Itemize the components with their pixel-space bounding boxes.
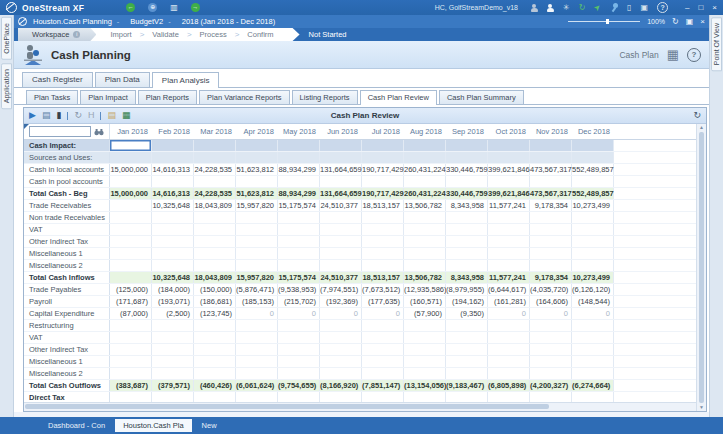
side-tab-application[interactable]: Application [1, 63, 12, 109]
grid-cell[interactable] [404, 320, 446, 331]
column-header-dec-2018[interactable]: Dec 2018 [572, 127, 614, 136]
grid-cell[interactable] [530, 140, 572, 151]
grid-cell[interactable] [110, 248, 152, 259]
grid-cell[interactable] [488, 260, 530, 271]
grid-cell[interactable]: 10,273,499 [572, 200, 614, 211]
vertical-scrollbar[interactable]: ▲ ▼ [696, 124, 706, 411]
grid-cell[interactable] [236, 140, 278, 151]
grid-cell[interactable] [488, 368, 530, 379]
grid-cell[interactable]: 399,621,846 [488, 188, 530, 199]
grid-cell[interactable] [446, 356, 488, 367]
grid-cell[interactable] [110, 344, 152, 355]
column-header-may-2018[interactable]: May 2018 [278, 127, 320, 136]
grid-cell[interactable] [110, 320, 152, 331]
grid-cell[interactable] [572, 224, 614, 235]
grid-cell[interactable] [530, 260, 572, 271]
refresh-icon[interactable]: ↻ [579, 3, 586, 12]
bottom-tab-houston-cash-pla[interactable]: Houston.Cash Pla [115, 419, 191, 432]
vertical-scrollbar-thumb[interactable] [699, 132, 704, 403]
grid-cell[interactable] [152, 320, 194, 331]
grid-cell[interactable] [362, 224, 404, 235]
grid-cell[interactable]: (186,681) [194, 296, 236, 307]
spinner-icon[interactable]: ✳ [563, 3, 570, 12]
grid-cell[interactable] [152, 248, 194, 259]
column-header-aug-2018[interactable]: Aug 2018 [404, 127, 446, 136]
grid-cell[interactable] [236, 248, 278, 259]
grid-cell[interactable]: 13,506,782 [404, 272, 446, 283]
grid-cell[interactable]: 24,510,377 [320, 272, 362, 283]
grid-cell[interactable]: (6,061,624) [236, 380, 278, 391]
grid-cell[interactable] [572, 152, 614, 163]
grid-cell[interactable] [404, 176, 446, 187]
grid-cell[interactable] [404, 368, 446, 379]
grid-cell[interactable]: 14,616,313 [152, 164, 194, 175]
grid-cell[interactable]: (6,126,120) [572, 284, 614, 295]
grid-cell[interactable] [572, 368, 614, 379]
grid-cell[interactable]: 51,623,812 [236, 164, 278, 175]
globe-icon[interactable]: ⊕ [148, 3, 157, 12]
documents-icon[interactable]: ▥ [170, 3, 178, 12]
grid-cell[interactable] [236, 176, 278, 187]
grid-cell[interactable] [152, 260, 194, 271]
grid-cell[interactable] [110, 212, 152, 223]
grid-cell[interactable]: 0 [488, 308, 530, 319]
grid-cell[interactable]: (87,000) [110, 308, 152, 319]
grid-cell[interactable] [446, 344, 488, 355]
minimize-icon[interactable]: – [685, 3, 689, 12]
grid-cell[interactable] [572, 332, 614, 343]
grid-cell[interactable]: 9,178,354 [530, 200, 572, 211]
grid-cell[interactable] [110, 224, 152, 235]
grid-cell[interactable] [362, 212, 404, 223]
grid-cell[interactable]: (215,702) [278, 296, 320, 307]
grid-cell[interactable] [488, 212, 530, 223]
grid-cell[interactable]: (148,544) [572, 296, 614, 307]
grid-cell[interactable]: (6,805,898) [488, 380, 530, 391]
side-tab-point-of-view[interactable]: Point Of View [711, 17, 722, 71]
grid-cell[interactable] [446, 212, 488, 223]
grid-cell[interactable]: (7,851,147) [362, 380, 404, 391]
grid-cell[interactable] [278, 248, 320, 259]
grid-cell[interactable]: (9,350) [446, 308, 488, 319]
grid-cell[interactable] [488, 224, 530, 235]
grid-cell[interactable] [278, 152, 320, 163]
user-icon[interactable] [531, 4, 538, 12]
grid-cell[interactable] [572, 344, 614, 355]
grid-cell[interactable] [152, 344, 194, 355]
pointer-icon[interactable]: ➤ [592, 2, 603, 13]
grid-cell[interactable] [530, 320, 572, 331]
grid-cell[interactable] [446, 152, 488, 163]
grid-cell[interactable] [152, 332, 194, 343]
grid-cell[interactable] [278, 176, 320, 187]
grid-cell[interactable]: (2,500) [152, 308, 194, 319]
grid-cell[interactable] [362, 392, 404, 402]
grid-cell[interactable] [488, 356, 530, 367]
grid-cell[interactable] [530, 152, 572, 163]
grid-cell[interactable] [530, 356, 572, 367]
grid-cell[interactable] [110, 332, 152, 343]
popout-icon[interactable]: ▣ [686, 17, 694, 26]
tab-listing-reports[interactable]: Listing Reports [292, 90, 358, 104]
side-tab-oneplace[interactable]: OnePlace [1, 17, 12, 60]
grid-cell[interactable] [320, 236, 362, 247]
hold-icon[interactable]: H [88, 111, 95, 120]
maximize-icon[interactable]: □ [698, 3, 703, 12]
grid-cell[interactable] [446, 260, 488, 271]
column-header-feb-2018[interactable]: Feb 2018 [152, 127, 194, 136]
grid-cell[interactable] [488, 320, 530, 331]
grid-cell[interactable] [488, 152, 530, 163]
grid-cell[interactable]: 14,616,313 [152, 188, 194, 199]
tab-cash-plan-review[interactable]: Cash Plan Review [360, 90, 437, 105]
grid-cell[interactable]: (161,281) [488, 296, 530, 307]
grid-cell[interactable] [194, 236, 236, 247]
grid-cell[interactable] [446, 392, 488, 402]
grid-cell[interactable] [278, 224, 320, 235]
grid-cell[interactable] [320, 260, 362, 271]
grid-cell[interactable] [236, 332, 278, 343]
grid-cell[interactable]: 9,178,354 [530, 272, 572, 283]
grid-cell[interactable] [236, 224, 278, 235]
grid-cell[interactable] [446, 248, 488, 259]
grid-cell[interactable] [236, 368, 278, 379]
grid-cell[interactable]: (12,935,586) [404, 284, 446, 295]
grid-cell[interactable]: 0 [320, 308, 362, 319]
grid-cell[interactable] [236, 392, 278, 402]
